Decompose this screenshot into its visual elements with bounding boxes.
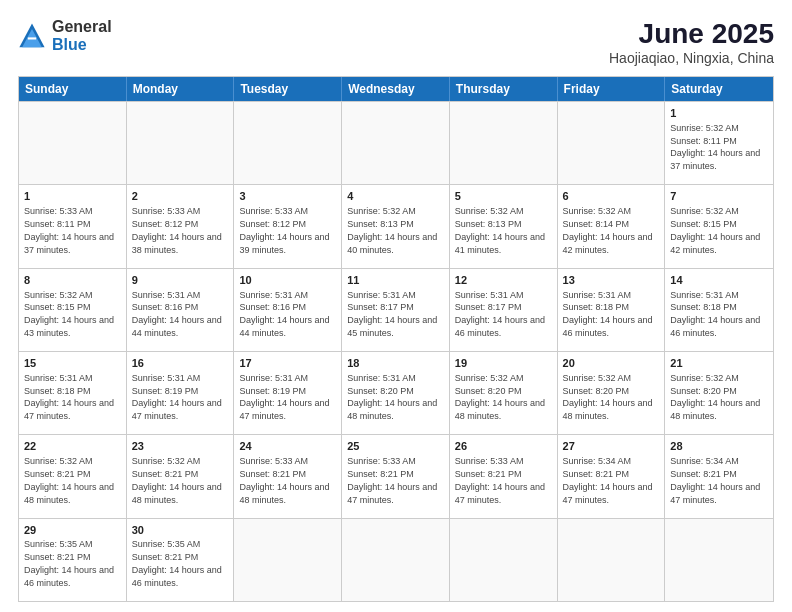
table-row — [665, 519, 773, 601]
day-number: 15 — [24, 356, 121, 371]
calendar-body: 1Sunrise: 5:32 AMSunset: 8:11 PMDaylight… — [19, 101, 773, 601]
day-number: 12 — [455, 273, 552, 288]
calendar-row: 29Sunrise: 5:35 AMSunset: 8:21 PMDayligh… — [19, 518, 773, 601]
cell-info: Sunrise: 5:31 AMSunset: 8:17 PMDaylight:… — [455, 290, 545, 338]
cell-info: Sunrise: 5:33 AMSunset: 8:21 PMDaylight:… — [239, 456, 329, 504]
calendar-row: 22Sunrise: 5:32 AMSunset: 8:21 PMDayligh… — [19, 434, 773, 517]
header-friday: Friday — [558, 77, 666, 101]
cell-info: Sunrise: 5:32 AMSunset: 8:20 PMDaylight:… — [455, 373, 545, 421]
day-number: 1 — [670, 106, 768, 121]
calendar: Sunday Monday Tuesday Wednesday Thursday… — [18, 76, 774, 602]
day-number: 5 — [455, 189, 552, 204]
day-number: 19 — [455, 356, 552, 371]
main-title: June 2025 — [609, 18, 774, 50]
calendar-row: 15Sunrise: 5:31 AMSunset: 8:18 PMDayligh… — [19, 351, 773, 434]
day-number: 25 — [347, 439, 444, 454]
cell-info: Sunrise: 5:31 AMSunset: 8:18 PMDaylight:… — [670, 290, 760, 338]
cell-info: Sunrise: 5:31 AMSunset: 8:20 PMDaylight:… — [347, 373, 437, 421]
cell-info: Sunrise: 5:32 AMSunset: 8:20 PMDaylight:… — [670, 373, 760, 421]
day-number: 20 — [563, 356, 660, 371]
logo-general-text: General — [52, 18, 112, 36]
day-number: 7 — [670, 189, 768, 204]
day-number: 24 — [239, 439, 336, 454]
cell-info: Sunrise: 5:31 AMSunset: 8:17 PMDaylight:… — [347, 290, 437, 338]
table-row: 29Sunrise: 5:35 AMSunset: 8:21 PMDayligh… — [19, 519, 127, 601]
header-thursday: Thursday — [450, 77, 558, 101]
table-row: 6Sunrise: 5:32 AMSunset: 8:14 PMDaylight… — [558, 185, 666, 267]
title-block: June 2025 Haojiaqiao, Ningxia, China — [609, 18, 774, 66]
cell-info: Sunrise: 5:33 AMSunset: 8:12 PMDaylight:… — [132, 206, 222, 254]
cell-info: Sunrise: 5:34 AMSunset: 8:21 PMDaylight:… — [670, 456, 760, 504]
day-number: 9 — [132, 273, 229, 288]
table-row: 14Sunrise: 5:31 AMSunset: 8:18 PMDayligh… — [665, 269, 773, 351]
table-row: 17Sunrise: 5:31 AMSunset: 8:19 PMDayligh… — [234, 352, 342, 434]
table-row: 28Sunrise: 5:34 AMSunset: 8:21 PMDayligh… — [665, 435, 773, 517]
cell-info: Sunrise: 5:31 AMSunset: 8:16 PMDaylight:… — [132, 290, 222, 338]
cell-info: Sunrise: 5:35 AMSunset: 8:21 PMDaylight:… — [24, 539, 114, 587]
table-row — [342, 519, 450, 601]
cell-info: Sunrise: 5:32 AMSunset: 8:14 PMDaylight:… — [563, 206, 653, 254]
cell-info: Sunrise: 5:32 AMSunset: 8:20 PMDaylight:… — [563, 373, 653, 421]
table-row: 26Sunrise: 5:33 AMSunset: 8:21 PMDayligh… — [450, 435, 558, 517]
table-row: 3Sunrise: 5:33 AMSunset: 8:12 PMDaylight… — [234, 185, 342, 267]
cell-info: Sunrise: 5:32 AMSunset: 8:13 PMDaylight:… — [455, 206, 545, 254]
table-row: 2Sunrise: 5:33 AMSunset: 8:12 PMDaylight… — [127, 185, 235, 267]
day-number: 1 — [24, 189, 121, 204]
day-number: 3 — [239, 189, 336, 204]
header-tuesday: Tuesday — [234, 77, 342, 101]
table-row: 18Sunrise: 5:31 AMSunset: 8:20 PMDayligh… — [342, 352, 450, 434]
header-wednesday: Wednesday — [342, 77, 450, 101]
logo-blue-text: Blue — [52, 36, 112, 54]
day-number: 28 — [670, 439, 768, 454]
table-row — [558, 519, 666, 601]
calendar-row: 1Sunrise: 5:33 AMSunset: 8:11 PMDaylight… — [19, 184, 773, 267]
svg-rect-2 — [28, 37, 36, 39]
day-number: 26 — [455, 439, 552, 454]
day-number: 11 — [347, 273, 444, 288]
day-number: 16 — [132, 356, 229, 371]
table-row: 20Sunrise: 5:32 AMSunset: 8:20 PMDayligh… — [558, 352, 666, 434]
calendar-header: Sunday Monday Tuesday Wednesday Thursday… — [19, 77, 773, 101]
day-number: 29 — [24, 523, 121, 538]
cell-info: Sunrise: 5:31 AMSunset: 8:19 PMDaylight:… — [132, 373, 222, 421]
table-row: 1Sunrise: 5:33 AMSunset: 8:11 PMDaylight… — [19, 185, 127, 267]
table-row: 11Sunrise: 5:31 AMSunset: 8:17 PMDayligh… — [342, 269, 450, 351]
cell-info: Sunrise: 5:32 AMSunset: 8:15 PMDaylight:… — [24, 290, 114, 338]
day-number: 13 — [563, 273, 660, 288]
cell-info: Sunrise: 5:31 AMSunset: 8:18 PMDaylight:… — [24, 373, 114, 421]
page: General Blue June 2025 Haojiaqiao, Ningx… — [0, 0, 792, 612]
table-row: 16Sunrise: 5:31 AMSunset: 8:19 PMDayligh… — [127, 352, 235, 434]
table-row: 12Sunrise: 5:31 AMSunset: 8:17 PMDayligh… — [450, 269, 558, 351]
day-number: 2 — [132, 189, 229, 204]
day-number: 8 — [24, 273, 121, 288]
day-number: 27 — [563, 439, 660, 454]
table-row — [19, 102, 127, 184]
table-row: 15Sunrise: 5:31 AMSunset: 8:18 PMDayligh… — [19, 352, 127, 434]
day-number: 4 — [347, 189, 444, 204]
table-row: 22Sunrise: 5:32 AMSunset: 8:21 PMDayligh… — [19, 435, 127, 517]
cell-info: Sunrise: 5:31 AMSunset: 8:19 PMDaylight:… — [239, 373, 329, 421]
header-sunday: Sunday — [19, 77, 127, 101]
logo-text: General Blue — [52, 18, 112, 53]
table-row: 9Sunrise: 5:31 AMSunset: 8:16 PMDaylight… — [127, 269, 235, 351]
table-row: 10Sunrise: 5:31 AMSunset: 8:16 PMDayligh… — [234, 269, 342, 351]
cell-info: Sunrise: 5:35 AMSunset: 8:21 PMDaylight:… — [132, 539, 222, 587]
table-row — [234, 102, 342, 184]
table-row: 4Sunrise: 5:32 AMSunset: 8:13 PMDaylight… — [342, 185, 450, 267]
table-row — [342, 102, 450, 184]
table-row: 19Sunrise: 5:32 AMSunset: 8:20 PMDayligh… — [450, 352, 558, 434]
cell-info: Sunrise: 5:33 AMSunset: 8:21 PMDaylight:… — [347, 456, 437, 504]
cell-info: Sunrise: 5:31 AMSunset: 8:16 PMDaylight:… — [239, 290, 329, 338]
table-row — [127, 102, 235, 184]
table-row: 8Sunrise: 5:32 AMSunset: 8:15 PMDaylight… — [19, 269, 127, 351]
table-row: 13Sunrise: 5:31 AMSunset: 8:18 PMDayligh… — [558, 269, 666, 351]
table-row: 7Sunrise: 5:32 AMSunset: 8:15 PMDaylight… — [665, 185, 773, 267]
day-number: 23 — [132, 439, 229, 454]
cell-info: Sunrise: 5:33 AMSunset: 8:12 PMDaylight:… — [239, 206, 329, 254]
cell-info: Sunrise: 5:32 AMSunset: 8:21 PMDaylight:… — [132, 456, 222, 504]
day-number: 21 — [670, 356, 768, 371]
table-row: 5Sunrise: 5:32 AMSunset: 8:13 PMDaylight… — [450, 185, 558, 267]
subtitle: Haojiaqiao, Ningxia, China — [609, 50, 774, 66]
day-number: 6 — [563, 189, 660, 204]
cell-info: Sunrise: 5:33 AMSunset: 8:21 PMDaylight:… — [455, 456, 545, 504]
